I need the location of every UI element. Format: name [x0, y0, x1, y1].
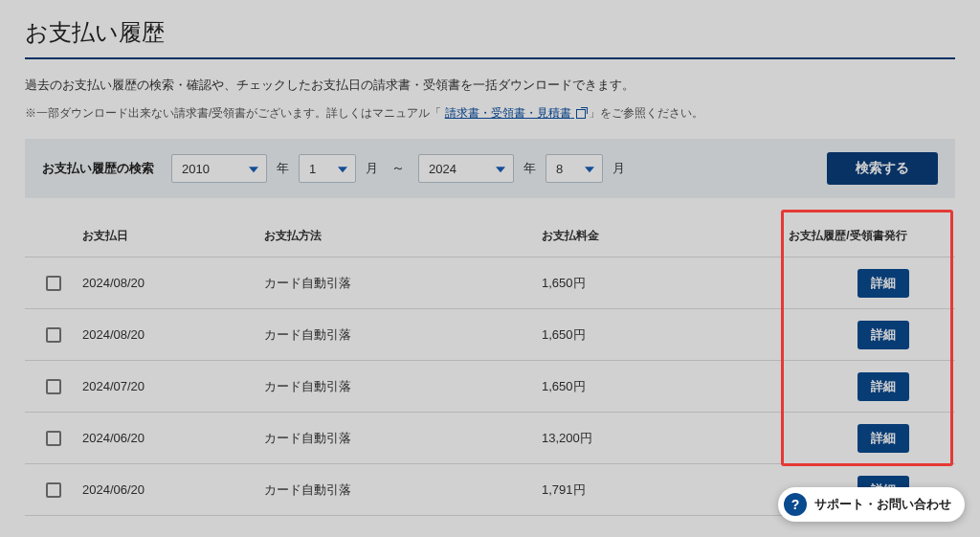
month-unit: 月 — [366, 160, 378, 177]
cell-amount: 1,650円 — [542, 378, 762, 395]
cell-amount: 1,650円 — [542, 326, 762, 344]
detail-button[interactable]: 詳細 — [858, 372, 909, 401]
note-suffix: 」をご参照ください。 — [589, 106, 703, 120]
from-month-select[interactable]: 1 — [299, 154, 356, 183]
help-icon: ? — [784, 493, 807, 516]
col-method: お支払方法 — [264, 228, 542, 244]
payment-table: お支払日 お支払方法 お支払料金 お支払履歴/受領書発行 2024/08/20 … — [25, 215, 955, 516]
table-header-row: お支払日 お支払方法 お支払料金 お支払履歴/受領書発行 — [25, 215, 955, 257]
year-unit: 年 — [277, 160, 289, 177]
cell-method: カード自動引落 — [264, 326, 542, 344]
page-title: お支払い履歴 — [25, 17, 955, 59]
col-date: お支払日 — [82, 228, 264, 244]
support-chip[interactable]: ? サポート・お問い合わせ — [778, 487, 965, 522]
to-year-select[interactable]: 2024 — [418, 154, 514, 183]
table-row: 2024/07/20 カード自動引落 1,650円 詳細 — [25, 361, 955, 413]
year-unit: 年 — [523, 160, 536, 177]
search-panel: お支払い履歴の検索 2010 年 1 月 ～ 2024 年 8 月 検索する — [25, 139, 955, 198]
external-link-icon — [576, 109, 586, 119]
note-prefix: ※一部ダウンロード出来ない請求書/受領書がございます。詳しくはマニュアル「 — [25, 106, 441, 120]
cell-date: 2024/06/20 — [82, 482, 264, 497]
col-amount: お支払料金 — [542, 228, 762, 244]
cell-method: カード自動引落 — [264, 275, 542, 292]
detail-button[interactable]: 詳細 — [858, 269, 909, 298]
row-checkbox[interactable] — [46, 276, 61, 291]
to-month-select[interactable]: 8 — [546, 154, 603, 183]
row-checkbox[interactable] — [46, 327, 61, 343]
cell-date: 2024/08/20 — [82, 327, 264, 342]
support-label: サポート・お問い合わせ — [814, 496, 951, 513]
table-row: 2024/06/20 カード自動引落 13,200円 詳細 — [25, 413, 955, 464]
table-row: 2024/08/20 カード自動引落 1,650円 詳細 — [25, 309, 955, 361]
manual-link[interactable]: 請求書・受領書・見積書 — [445, 106, 586, 120]
detail-button[interactable]: 詳細 — [858, 321, 909, 349]
cell-date: 2024/07/20 — [82, 379, 264, 393]
cell-amount: 13,200円 — [542, 430, 762, 447]
cell-method: カード自動引落 — [264, 430, 542, 447]
from-year-select[interactable]: 2010 — [171, 154, 267, 183]
search-button[interactable]: 検索する — [827, 152, 938, 185]
cell-date: 2024/08/20 — [82, 276, 264, 290]
range-separator: ～ — [391, 160, 405, 177]
row-checkbox[interactable] — [46, 482, 61, 498]
row-checkbox[interactable] — [46, 431, 61, 446]
cell-amount: 1,650円 — [542, 275, 762, 292]
detail-button[interactable]: 詳細 — [858, 424, 909, 453]
month-unit: 月 — [612, 160, 625, 177]
table-row: 2024/08/20 カード自動引落 1,650円 詳細 — [25, 257, 955, 309]
cell-method: カード自動引落 — [264, 378, 542, 395]
cell-method: カード自動引落 — [264, 481, 542, 499]
row-checkbox[interactable] — [46, 379, 61, 394]
description-text: 過去のお支払い履歴の検索・確認や、チェックしたお支払日の請求書・受領書を一括ダウ… — [25, 77, 955, 94]
col-action: お支払履歴/受領書発行 — [762, 228, 934, 244]
note-text: ※一部ダウンロード出来ない請求書/受領書がございます。詳しくはマニュアル「 請求… — [25, 105, 955, 122]
cell-amount: 1,791円 — [542, 481, 762, 499]
cell-date: 2024/06/20 — [82, 431, 264, 445]
search-label: お支払い履歴の検索 — [42, 160, 154, 177]
